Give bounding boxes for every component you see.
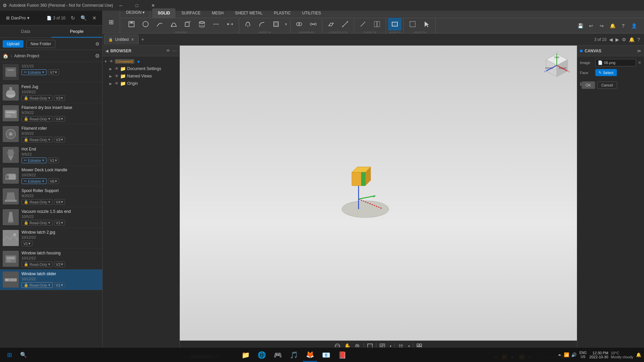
version-badge[interactable]: V3 ▾ bbox=[54, 95, 65, 101]
create-extrude-btn[interactable] bbox=[125, 18, 138, 31]
browser-more-icon[interactable]: ⋯ bbox=[172, 48, 177, 53]
notification-center-icon[interactable]: 🔔 bbox=[636, 352, 641, 357]
cancel-button[interactable]: Cancel bbox=[597, 81, 617, 89]
tree-item-origin[interactable]: ▶ 👁 📁 Origin bbox=[103, 80, 179, 87]
search-icon[interactable]: 🔍 bbox=[79, 13, 88, 23]
construct-plane-btn[interactable] bbox=[324, 18, 338, 31]
inspect-section-btn[interactable] bbox=[370, 18, 384, 31]
nav-fwd-icon[interactable]: ▶ bbox=[615, 37, 619, 42]
editable-badge[interactable]: ✏ Editable ▾ bbox=[21, 69, 47, 75]
nav-cube[interactable]: TOP FRONT RIGHT X Y Z bbox=[543, 52, 570, 79]
insert-canvas-btn[interactable] bbox=[388, 18, 401, 31]
language-indicator[interactable]: ENGUS bbox=[579, 351, 587, 359]
list-item[interactable]: Window latch housing 10/12/22 🔒 Read-Onl… bbox=[0, 249, 102, 269]
design-dropdown[interactable]: DESIGN ▾ bbox=[123, 7, 148, 18]
taskbar-music-icon[interactable]: 🎵 bbox=[286, 348, 301, 362]
readonly-badge[interactable]: 🔒 Read-Only ▾ bbox=[21, 95, 53, 101]
version-badge[interactable]: V2 ▾ bbox=[54, 261, 65, 267]
canvas-collapse-icon[interactable]: ≫ bbox=[637, 49, 641, 53]
tab-plastic[interactable]: PLASTIC bbox=[269, 8, 296, 18]
doc-tab-untitled[interactable]: 🔒 Untitled ✕ bbox=[104, 35, 139, 45]
doc-settings-icon[interactable]: ⚙ bbox=[622, 37, 626, 42]
refresh-icon[interactable]: ↻ bbox=[68, 13, 77, 23]
nav-back-icon[interactable]: ◀ bbox=[609, 37, 613, 42]
taskbar-files-icon[interactable]: 📁 bbox=[238, 348, 253, 362]
modify-shell-btn[interactable] bbox=[269, 18, 283, 31]
list-item[interactable]: Filament dry box Insert base 9/29/22 🔒 R… bbox=[0, 103, 102, 124]
upload-button[interactable]: Upload bbox=[3, 40, 23, 48]
inspect-measure-btn[interactable] bbox=[356, 18, 370, 31]
create-cylinder-btn[interactable] bbox=[195, 18, 209, 31]
version-badge[interactable]: V3 ▾ bbox=[54, 137, 65, 142]
search-button[interactable]: 🔍 bbox=[17, 348, 30, 362]
tab-solid[interactable]: SOLID bbox=[152, 8, 175, 18]
app-menu-icon[interactable]: ⊞ bbox=[109, 18, 114, 26]
readonly-badge[interactable]: 🔒 Read-Only ▾ bbox=[21, 220, 53, 226]
undo-icon[interactable]: ↩ bbox=[586, 21, 596, 31]
select-box-btn[interactable] bbox=[406, 18, 419, 31]
tab-mesh[interactable]: MESH bbox=[207, 8, 229, 18]
close-panel-icon[interactable]: ✕ bbox=[90, 13, 99, 23]
assemble-link-btn[interactable] bbox=[307, 18, 320, 31]
start-button[interactable]: ⊞ bbox=[3, 348, 16, 362]
list-item[interactable]: Window latch slider 10/12/22 🔒 Read-Only… bbox=[0, 269, 102, 290]
list-item[interactable]: Mower Deck Lock Handle 10/29/22 ✏ Editab… bbox=[0, 166, 102, 186]
version-badge[interactable]: V1 ▾ bbox=[54, 282, 65, 288]
assemble-joint-btn[interactable] bbox=[292, 18, 306, 31]
readonly-badge[interactable]: 🔒 Read-Only ▾ bbox=[21, 282, 53, 288]
list-item[interactable]: 10/1/22 ✏ Editable ▾ V7 ▾ bbox=[0, 62, 102, 82]
clear-image-icon[interactable]: ✕ bbox=[638, 60, 641, 65]
project-settings-icon[interactable]: ⚙ bbox=[95, 53, 100, 59]
time-display[interactable]: 12:30 PM 2022-10-30 bbox=[589, 351, 608, 359]
readonly-badge[interactable]: 🔒 Read-Only ▾ bbox=[21, 261, 53, 267]
taskbar-fusion-icon[interactable]: 🦊 bbox=[303, 348, 317, 362]
browser-collapse-icon[interactable]: ◀ bbox=[105, 49, 108, 53]
editable-badge[interactable]: ✏ Editable ▾ bbox=[21, 158, 47, 163]
doc-help-icon[interactable]: ? bbox=[637, 37, 640, 42]
list-item[interactable]: Spool Roller Support 9/20/22 🔒 Read-Only… bbox=[0, 186, 102, 207]
viewport[interactable]: TOP FRONT RIGHT X Y Z bbox=[180, 46, 577, 362]
panel-settings-icon[interactable]: ⚙ bbox=[95, 41, 100, 47]
create-more-btn[interactable] bbox=[209, 18, 223, 31]
help-icon[interactable]: ? bbox=[619, 21, 628, 31]
create-loft-btn[interactable] bbox=[167, 18, 180, 31]
tray-network-icon[interactable]: 📶 bbox=[564, 352, 569, 357]
readonly-badge[interactable]: 🔒 Read-Only ▾ bbox=[21, 116, 53, 122]
construct-axis-btn[interactable] bbox=[338, 18, 352, 31]
add-tab-icon[interactable]: + bbox=[139, 37, 147, 43]
doc-tab-close-icon[interactable]: ✕ bbox=[131, 37, 134, 42]
new-folder-button[interactable]: New Folder bbox=[26, 40, 55, 48]
list-item[interactable]: Hot End 9/6/22 ✏ Editable ▾ V1 ▾ bbox=[0, 145, 102, 166]
taskbar-mail-icon[interactable]: 📧 bbox=[319, 348, 333, 362]
create-sweep-btn[interactable] bbox=[153, 18, 166, 31]
list-item[interactable]: Filament roller 9/20/22 🔒 Read-Only ▾ V3… bbox=[0, 124, 102, 145]
doc-notification-icon[interactable]: 🔔 bbox=[629, 37, 635, 42]
tab-sheet-metal[interactable]: SHEET METAL bbox=[229, 8, 268, 18]
home-icon[interactable]: 🏠 bbox=[3, 53, 8, 59]
create-revolve-btn[interactable] bbox=[139, 18, 152, 31]
tab-data[interactable]: Data bbox=[0, 25, 51, 38]
version-badge[interactable]: V4 ▾ bbox=[54, 116, 65, 122]
version-badge[interactable]: V1 ▾ bbox=[54, 220, 65, 226]
browser-visibility-icon[interactable]: 👁 bbox=[166, 48, 170, 53]
version-badge[interactable]: V7 ▾ bbox=[48, 69, 59, 75]
modify-press-btn[interactable] bbox=[241, 18, 255, 31]
redo-icon[interactable]: ↪ bbox=[597, 21, 606, 31]
modify-fillet-btn[interactable] bbox=[255, 18, 269, 31]
taskbar-browser-icon[interactable]: 🌐 bbox=[254, 348, 269, 362]
tree-item-named-views[interactable]: ▶ 👁 📁 Named Views bbox=[103, 72, 179, 80]
version-badge[interactable]: V1 ▾ bbox=[21, 241, 33, 246]
taskbar-icon8[interactable]: 📕 bbox=[335, 348, 350, 362]
tab-surface[interactable]: SURFACE bbox=[176, 8, 206, 18]
readonly-badge[interactable]: 🔒 Read-Only ▾ bbox=[21, 137, 53, 142]
readonly-badge[interactable]: 🔒 Read-Only ▾ bbox=[21, 199, 53, 205]
create-box-btn[interactable] bbox=[181, 18, 195, 31]
tree-item-root[interactable]: ▼ 👁 (Unsaved) ● bbox=[103, 58, 179, 65]
face-select-button[interactable]: ↖ Select bbox=[595, 69, 617, 76]
tab-people[interactable]: People bbox=[51, 25, 103, 38]
list-item[interactable]: Window latch 2.jpg 10/12/22 V1 ▾ bbox=[0, 228, 102, 249]
create-mirror-btn[interactable] bbox=[223, 18, 237, 31]
ok-button[interactable]: OK bbox=[582, 81, 595, 89]
version-badge[interactable]: V1 ▾ bbox=[48, 158, 59, 163]
select-cursor-btn[interactable] bbox=[420, 18, 433, 31]
